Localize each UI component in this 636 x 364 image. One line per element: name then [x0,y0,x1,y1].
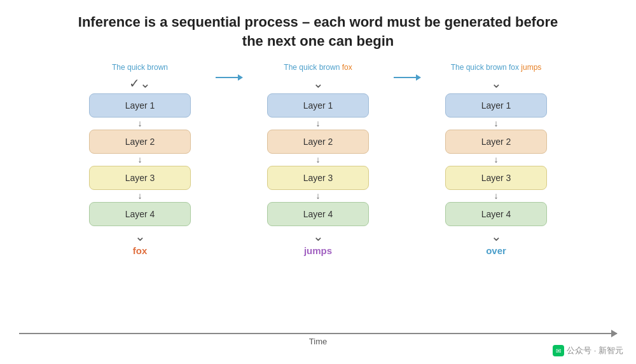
diagrams-container: The quick brown ✓⌄ Layer 1 ↓ Layer 2 ↓ L… [25,63,611,358]
horizontal-arrow-2 [394,74,421,81]
layers-stack-2: Layer 1 ↓ Layer 2 ↓ Layer 3 ↓ Layer 4 [264,93,372,226]
layer-2-box-2: Layer 2 [267,130,369,154]
layer-arrow-9: ↓ [494,191,499,201]
layer-4-box-1: Layer 4 [89,202,191,226]
down-chevron-1: ✓⌄ [129,77,151,90]
time-label: Time [309,337,327,346]
wechat-icon: ✉ [553,345,564,356]
layer-arrow-6: ↓ [316,191,321,201]
title-line2: the next one can begin [242,33,394,49]
diagram-col-1: The quick brown ✓⌄ Layer 1 ↓ Layer 2 ↓ L… [70,63,210,255]
h-arrow-2 [388,63,426,81]
layer-3-box-1: Layer 3 [89,166,191,190]
context-label-2: The quick brown fox [284,63,352,74]
output-chevron-2: ⌄ [313,230,324,243]
slide: Inference is a sequential process – each… [0,0,636,364]
output-label-2: jumps [304,245,332,256]
down-chevron-2: ⌄ [313,77,324,90]
layer-arrow-3: ↓ [138,191,142,201]
watermark: ✉ 公众号 · 新智元 [553,345,623,356]
layers-stack-3: Layer 1 ↓ Layer 2 ↓ Layer 3 ↓ Layer 4 [442,93,550,226]
layer-arrow-2: ↓ [138,154,142,165]
time-axis-line [19,333,617,334]
layer-1-box-2: Layer 1 [267,93,369,118]
layer-1-box-3: Layer 1 [445,93,547,118]
layer-2-box-3: Layer 2 [445,130,547,154]
output-chevron-3: ⌄ [491,230,502,243]
time-axis: Time [19,333,617,346]
layer-2-box-1: Layer 2 [89,130,191,154]
h-arrow-1 [210,63,248,81]
output-label-1: fox [133,245,148,256]
title-line1: Inference is a sequential process – each… [78,14,558,30]
layer-arrow-4: ↓ [316,118,321,129]
layer-3-box-3: Layer 3 [445,166,547,190]
layer-arrow-7: ↓ [494,118,499,129]
output-chevron-1: ⌄ [135,230,146,243]
layer-arrow-1: ↓ [138,118,142,129]
diagram-col-2: The quick brown fox ⌄ Layer 1 ↓ Layer 2 … [248,63,388,255]
layer-1-box-1: Layer 1 [89,93,191,118]
down-chevron-3: ⌄ [491,77,502,90]
context-label-1: The quick brown [112,63,168,74]
layer-arrow-8: ↓ [494,154,499,165]
layer-arrow-5: ↓ [316,154,321,165]
layer-4-box-3: Layer 4 [445,202,547,226]
slide-title: Inference is a sequential process – each… [78,13,558,50]
context-label-3: The quick brown fox jumps [451,63,542,74]
diagram-col-3: The quick brown fox jumps ⌄ Layer 1 ↓ La… [426,63,566,255]
output-label-3: over [486,245,506,256]
layer-4-box-2: Layer 4 [267,202,369,226]
watermark-text: 公众号 · 新智元 [567,345,623,356]
layers-stack-1: Layer 1 ↓ Layer 2 ↓ Layer 3 ↓ Layer 4 [86,93,194,226]
horizontal-arrow-1 [216,74,243,81]
layer-3-box-2: Layer 3 [267,166,369,190]
